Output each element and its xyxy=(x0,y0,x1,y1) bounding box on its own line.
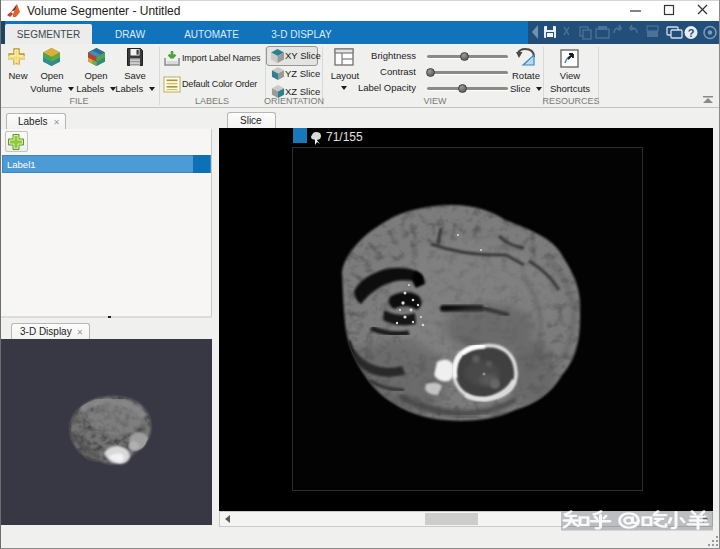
svg-text:?: ? xyxy=(688,27,695,39)
